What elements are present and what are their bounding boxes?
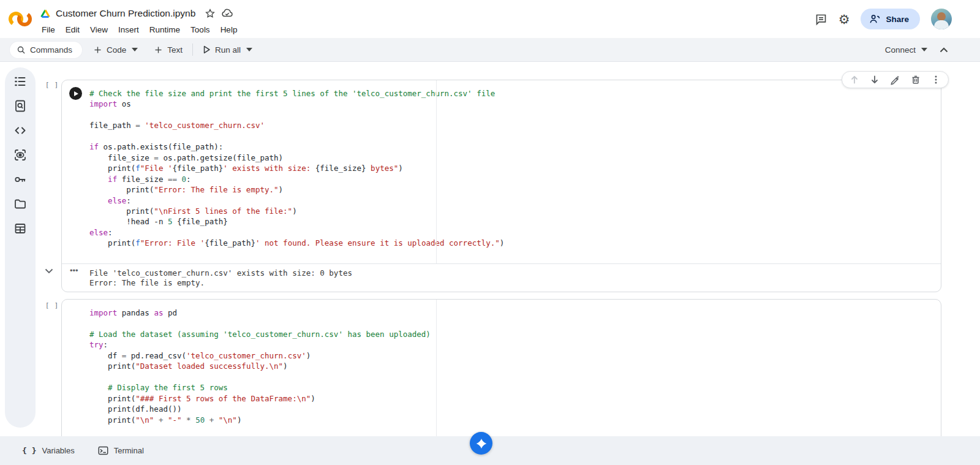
menu-view[interactable]: View [90, 25, 108, 34]
add-code-cell-button[interactable]: Code [93, 45, 126, 55]
notebook-title[interactable]: Customer Churn Prediction.ipynb [56, 8, 195, 19]
code-line: # Load the dataset (assuming 'telco_cust… [89, 329, 941, 339]
delete-cell-button[interactable] [911, 75, 921, 85]
edit-with-ai-button[interactable] [890, 75, 900, 85]
commands-label: Commands [30, 45, 72, 55]
menu-edit[interactable]: Edit [66, 25, 80, 34]
code-line: print("\n" + "-" * 50 + "\n") [89, 415, 941, 425]
commands-search-button[interactable]: Commands [10, 42, 82, 58]
gemini-view-icon[interactable] [13, 148, 27, 162]
editor-ruler [436, 80, 437, 263]
code-line: else: [89, 227, 941, 238]
share-label: Share [886, 15, 909, 24]
menu-file[interactable]: File [42, 25, 55, 34]
terminal-button[interactable]: Terminal [98, 446, 144, 455]
variables-button[interactable]: { } Variables [22, 446, 75, 455]
app-header: Customer Churn Prediction.ipynb FileEdit… [0, 0, 980, 38]
move-cell-up-button[interactable] [850, 75, 859, 85]
gemini-spark-icon [475, 437, 488, 450]
code-line: print("Dataset loaded successfully.\n") [89, 361, 941, 371]
data-table-icon[interactable] [13, 222, 27, 235]
variables-icon: { } [22, 446, 36, 455]
menu-runtime[interactable]: Runtime [149, 25, 180, 34]
code-line: file_path = 'telco_customer_churn.csv' [89, 120, 941, 130]
code-line: print(df.head()) [89, 404, 941, 414]
collapse-header-icon[interactable] [940, 47, 948, 53]
code-line: import pandas as pd [89, 308, 941, 318]
cell-output: •••File 'telco_customer_churn.csv' exist… [62, 263, 941, 288]
execution-indicator[interactable]: [ ] [45, 81, 59, 88]
code-line: file_size = os.path.getsize(file_path) [89, 153, 941, 163]
cell-actions-toolbar [842, 71, 949, 88]
notebook-toolbar: Commands Code Text Run all Connect [0, 38, 980, 62]
code-editor[interactable]: # Check the file size and print the firs… [62, 80, 941, 263]
menu-insert[interactable]: Insert [118, 25, 139, 34]
code-line: !head -n 5 {file_path} [89, 216, 941, 227]
code-line [89, 131, 941, 142]
code-line: print(f"File '{file_path}' exists with s… [89, 163, 941, 173]
code-line: else: [89, 195, 941, 206]
code-line: try: [89, 339, 941, 350]
plus-icon [93, 45, 102, 55]
menu-help[interactable]: Help [221, 25, 238, 34]
code-line: import os [89, 99, 941, 109]
more-cell-actions-button[interactable] [931, 75, 941, 85]
account-avatar[interactable] [931, 9, 952, 29]
play-icon [203, 45, 211, 54]
connect-button[interactable]: Connect [885, 45, 927, 55]
star-icon[interactable] [205, 8, 216, 19]
code-line [89, 372, 941, 382]
output-line: Error: The file is empty. [89, 278, 941, 288]
code-line: print("\nFirst 5 lines of the file:") [89, 206, 941, 216]
find-replace-icon[interactable] [13, 99, 27, 113]
menu-bar: FileEditViewInsertRuntimeToolsHelp [42, 25, 237, 34]
code-line: # Check the file size and print the firs… [89, 88, 941, 99]
menu-tools[interactable]: Tools [190, 25, 210, 34]
code-line: print("Error: The file is empty.") [89, 184, 941, 195]
code-line: if os.path.exists(file_path): [89, 142, 941, 152]
execution-indicator[interactable]: [ ] [45, 301, 59, 309]
add-text-cell-button[interactable]: Text [154, 45, 183, 55]
settings-gear-icon[interactable]: ⚙ [839, 13, 850, 26]
code-line [89, 318, 941, 328]
comments-icon[interactable] [815, 13, 827, 26]
run-cell-button[interactable] [69, 87, 82, 100]
code-cell: # Check the file size and print the firs… [61, 80, 941, 292]
output-menu-button[interactable]: ••• [70, 266, 78, 276]
code-line [89, 110, 941, 120]
code-line: print("### First 5 rows of the DataFrame… [89, 393, 941, 404]
plus-icon [154, 45, 163, 55]
gemini-spark-button[interactable] [470, 432, 492, 455]
secrets-key-icon[interactable] [13, 173, 27, 186]
run-all-button[interactable]: Run all [203, 45, 241, 55]
output-line: File 'telco_customer_churn.csv' exists w… [89, 268, 941, 278]
drive-icon [40, 9, 50, 18]
cloud-saved-icon[interactable] [221, 9, 233, 18]
left-sidebar [5, 67, 36, 428]
code-line: df = pd.read_csv('telco_customer_churn.c… [89, 350, 941, 361]
code-snippets-icon[interactable] [13, 124, 27, 137]
files-folder-icon[interactable] [13, 197, 27, 211]
share-button[interactable]: Share [861, 9, 920, 29]
search-icon [17, 45, 26, 55]
code-line: # Display the first 5 rows [89, 382, 941, 393]
add-code-dropdown-caret[interactable] [132, 48, 138, 51]
code-line: if file_size == 0: [89, 174, 941, 184]
terminal-icon [98, 446, 108, 455]
colab-logo[interactable] [7, 9, 33, 29]
collapse-output-button[interactable] [45, 268, 53, 274]
move-cell-down-button[interactable] [870, 75, 880, 85]
table-of-contents-icon[interactable] [13, 75, 27, 88]
run-all-dropdown-caret[interactable] [246, 48, 252, 51]
code-line: print(f"Error: File '{file_path}' not fo… [89, 238, 941, 248]
